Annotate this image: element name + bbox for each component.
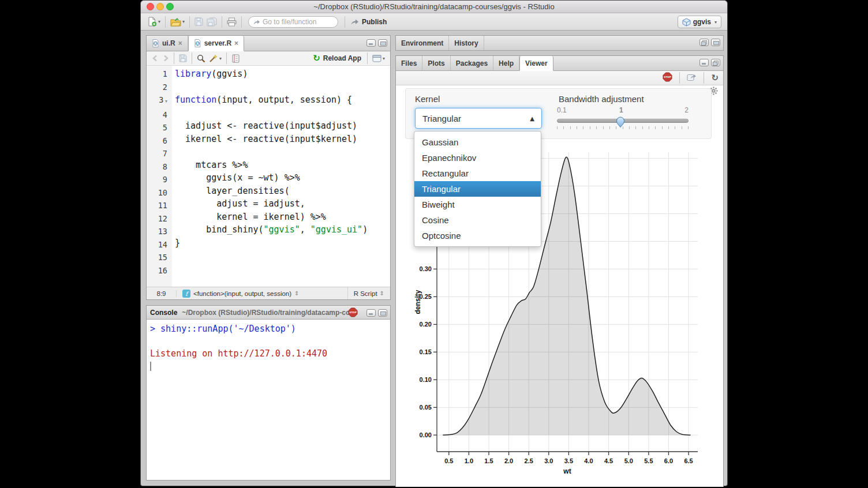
tab-label: Viewer [525, 59, 547, 67]
updown-icon: ⇕ [380, 290, 384, 296]
bandwidth-label: Bandwidth adjustment [559, 94, 644, 104]
stop-app-button[interactable]: STOP [663, 72, 672, 84]
line-number: 5 [147, 121, 167, 134]
magnifier-icon [197, 54, 205, 63]
svg-text:4.5: 4.5 [604, 457, 613, 464]
kernel-option-rectangular[interactable]: Rectangular [414, 166, 541, 181]
scope-selector[interactable]: f <function>(input, output, session) ⇕ [177, 290, 299, 298]
save-button[interactable] [194, 17, 203, 26]
chevron-down-icon: ▾ [383, 56, 385, 61]
tab-packages[interactable]: Packages [451, 56, 493, 70]
console-header: Console ~/Dropbox (RStudio)/RStudio/trai… [147, 306, 390, 320]
tab-viewer[interactable]: Viewer [519, 56, 553, 71]
svg-text:4.0: 4.0 [584, 457, 593, 464]
svg-text:0.05: 0.05 [420, 404, 432, 411]
svg-text:wt: wt [563, 467, 571, 475]
tab-plots[interactable]: Plots [422, 56, 450, 70]
notebook-icon [231, 54, 240, 63]
tab-help[interactable]: Help [493, 56, 519, 70]
svg-text:2.5: 2.5 [525, 457, 533, 464]
kernel-option-gaussian[interactable]: Gaussian [414, 134, 541, 150]
line-number: 12 [147, 212, 167, 226]
compile-notebook-button[interactable] [231, 54, 240, 63]
reload-app-label: Reload App [323, 54, 361, 62]
find-button[interactable] [197, 54, 205, 63]
back-arrow-icon [152, 55, 159, 62]
console-title: Console [150, 309, 177, 317]
tab-ui-r[interactable]: Rui.R× [147, 36, 188, 51]
code-tools-button[interactable]: ▾ [209, 54, 222, 63]
close-tab-icon[interactable]: × [178, 39, 182, 47]
restore-pane-icon[interactable] [699, 39, 709, 46]
slider-current-label: 1 [615, 106, 627, 114]
tab-environment[interactable]: Environment [396, 36, 449, 50]
refresh-button[interactable]: ↻ [711, 73, 719, 83]
source-panel-button[interactable]: ▾ [372, 55, 385, 62]
minimize-pane-icon[interactable] [699, 59, 709, 66]
forward-button[interactable] [162, 55, 169, 62]
save-button[interactable] [179, 54, 187, 62]
main-toolbar: ▾ ▾ Publish ggvis ▾ [141, 13, 727, 31]
goto-file-input[interactable] [263, 18, 331, 26]
line-number: 16 [147, 264, 167, 277]
goto-file-search[interactable] [248, 16, 338, 28]
minimize-pane-icon[interactable] [366, 39, 376, 47]
close-tab-icon[interactable]: × [234, 39, 238, 47]
open-in-new-window-button[interactable] [687, 73, 697, 84]
publish-button[interactable]: Publish [350, 18, 387, 26]
maximize-pane-icon[interactable] [378, 309, 387, 317]
cursor-position: 8:9 [147, 290, 177, 297]
maximize-pane-icon[interactable] [711, 39, 720, 46]
tab-label: Plots [428, 59, 444, 67]
code-line [175, 249, 390, 262]
titlebar: ~/Dropbox (RStudio)/RStudio/training/dat… [141, 1, 727, 13]
stop-sign-icon: STOP [663, 72, 672, 82]
back-button[interactable] [152, 55, 159, 62]
project-menu-button[interactable]: ggvis ▾ [678, 16, 721, 28]
code-text[interactable]: library(ggvis) function(input, output, s… [172, 66, 390, 288]
editor-statusbar: 8:9 f <function>(input, output, session)… [147, 287, 390, 299]
restore-pane-icon[interactable] [711, 59, 720, 66]
line-number: 9 [147, 173, 167, 186]
tab-label: Help [499, 59, 514, 67]
tab-files[interactable]: Files [396, 56, 422, 70]
new-file-icon [147, 17, 157, 27]
open-folder-icon [170, 17, 181, 27]
line-number: 10 [147, 186, 167, 200]
svg-text:5.5: 5.5 [644, 457, 653, 464]
source-editor-pane: Rui.R×Rserver.R× ▾ [146, 35, 391, 300]
kernel-selected-value: Triangular [422, 114, 461, 123]
svg-text:1.5: 1.5 [484, 457, 493, 464]
tab-history[interactable]: History [449, 36, 484, 50]
reload-app-button[interactable]: ↻ Reload App [313, 53, 361, 63]
fold-arrow-icon[interactable]: ▾ [163, 99, 167, 104]
kernel-option-triangular[interactable]: Triangular [414, 181, 541, 197]
bandwidth-slider[interactable]: 0.1 1 2 [557, 106, 689, 134]
tab-server-r[interactable]: Rserver.R× [188, 36, 244, 51]
tab-label: ui.R [162, 39, 175, 47]
window-title: ~/Dropbox (RStudio)/RStudio/training/dat… [141, 2, 727, 11]
code-editor[interactable]: 123 ▾45678910111213141516 library(ggvis)… [147, 66, 390, 288]
save-all-button[interactable] [207, 17, 217, 27]
stop-button[interactable]: STOP [348, 307, 358, 320]
kernel-option-cosine[interactable]: Cosine [414, 212, 541, 228]
svg-text:R: R [154, 42, 157, 46]
kernel-select[interactable]: Triangular ▲ [415, 108, 542, 129]
save-icon [194, 17, 203, 26]
new-file-button[interactable]: ▾ [147, 17, 160, 27]
kernel-option-optcosine[interactable]: Optcosine [414, 228, 541, 243]
open-file-button[interactable]: ▾ [170, 17, 185, 27]
console-line: > shiny::runApp('~/Desktop') [150, 323, 387, 336]
print-button[interactable] [227, 17, 237, 27]
magic-wand-icon [209, 54, 218, 63]
code-line: kernel = ikernel) %>% [175, 211, 390, 224]
line-number: 1 [147, 67, 167, 81]
maximize-pane-icon[interactable] [378, 39, 387, 47]
kernel-option-epanechnikov[interactable]: Epanechnikov [414, 150, 541, 166]
file-type-selector[interactable]: R Script ⇕ [347, 287, 390, 299]
code-line [175, 81, 390, 94]
console-output[interactable]: > shiny::runApp('~/Desktop') Listening o… [147, 320, 390, 481]
forward-arrow-icon [162, 55, 169, 62]
kernel-option-biweight[interactable]: Biweight [414, 197, 541, 212]
minimize-pane-icon[interactable] [366, 309, 376, 317]
